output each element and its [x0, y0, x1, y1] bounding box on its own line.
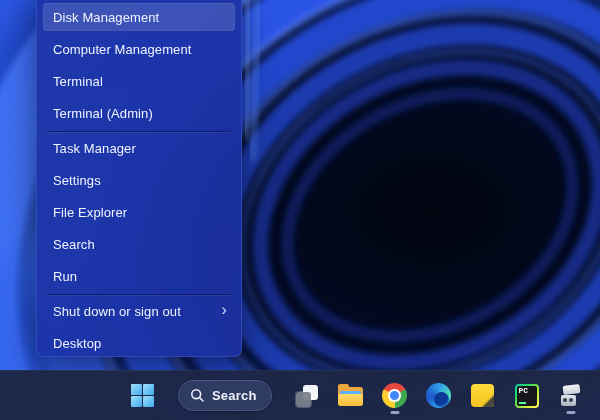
sticky-notes-icon: [471, 384, 494, 407]
menu-item-label: Settings: [53, 173, 101, 188]
windows-logo-icon: [131, 384, 154, 407]
menu-item-run[interactable]: Run: [43, 262, 235, 290]
menu-item-label: Search: [53, 237, 95, 252]
menu-item-label: Shut down or sign out: [53, 304, 181, 319]
running-indicator: [566, 411, 575, 414]
taskbar-app-chrome[interactable]: [375, 376, 415, 416]
hardware-utility-icon: [559, 384, 583, 407]
taskbar: Search PC: [0, 370, 600, 420]
search-pill[interactable]: Search: [178, 380, 272, 411]
desktop-screen: Disk ManagementComputer ManagementTermin…: [0, 0, 600, 420]
menu-item-terminal-admin[interactable]: Terminal (Admin): [43, 99, 235, 127]
menu-item-shut-down-or-sign-out[interactable]: Shut down or sign out›: [43, 297, 235, 325]
winx-context-menu: Disk ManagementComputer ManagementTermin…: [36, 0, 242, 357]
menu-item-disk-management[interactable]: Disk Management: [43, 3, 235, 31]
menu-item-label: Run: [53, 269, 77, 284]
menu-item-label: Terminal (Admin): [53, 106, 153, 121]
menu-item-label: Desktop: [53, 336, 101, 351]
menu-separator: [47, 294, 231, 295]
menu-item-label: Computer Management: [53, 42, 191, 57]
search-icon: [190, 388, 205, 403]
search-label: Search: [212, 388, 257, 403]
task-view-icon: [295, 384, 319, 408]
edge-icon: [426, 383, 451, 408]
taskbar-app-task-view[interactable]: [287, 376, 327, 416]
menu-item-label: Disk Management: [53, 10, 159, 25]
start-button[interactable]: [122, 376, 162, 416]
submenu-chevron-icon: ›: [222, 302, 227, 318]
taskbar-app-edge[interactable]: [419, 376, 459, 416]
menu-item-label: File Explorer: [53, 205, 127, 220]
taskbar-row: Search PC: [122, 371, 591, 420]
menu-item-file-explorer[interactable]: File Explorer: [43, 198, 235, 226]
taskbar-app-sticky-notes[interactable]: [463, 376, 503, 416]
menu-item-desktop[interactable]: Desktop: [43, 329, 235, 357]
file-explorer-icon: [338, 385, 363, 406]
taskbar-apps: PC: [276, 376, 591, 416]
menu-item-terminal[interactable]: Terminal: [43, 67, 235, 95]
menu-item-computer-management[interactable]: Computer Management: [43, 35, 235, 63]
taskbar-app-hardware-utility[interactable]: [551, 376, 591, 416]
menu-item-label: Terminal: [53, 74, 103, 89]
menu-item-search[interactable]: Search: [43, 230, 235, 258]
menu-item-task-manager[interactable]: Task Manager: [43, 134, 235, 162]
menu-item-label: Task Manager: [53, 141, 136, 156]
pycharm-icon: PC: [515, 384, 539, 408]
menu-separator: [47, 131, 231, 132]
chrome-icon: [382, 383, 407, 408]
running-indicator: [390, 411, 399, 414]
taskbar-app-pycharm[interactable]: PC: [507, 376, 547, 416]
taskbar-app-file-explorer[interactable]: [331, 376, 371, 416]
menu-item-settings[interactable]: Settings: [43, 166, 235, 194]
